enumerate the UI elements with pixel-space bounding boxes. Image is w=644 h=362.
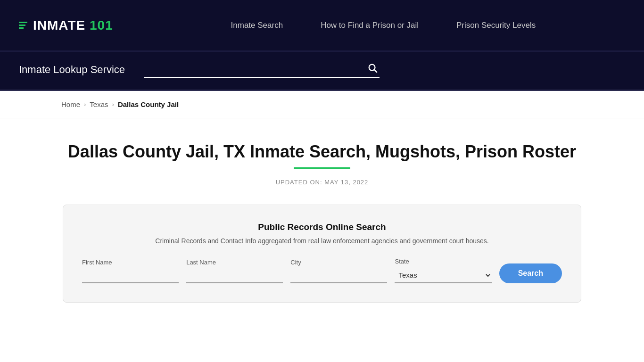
- nav-security-levels[interactable]: Prison Security Levels: [456, 21, 536, 30]
- state-field: State AlabamaAlaskaArizonaArkansasCalifo…: [395, 258, 491, 283]
- nav-links: Inmate Search How to Find a Prison or Ja…: [141, 21, 625, 30]
- main-content: Dallas County Jail, TX Inmate Search, Mu…: [0, 118, 644, 321]
- city-label: City: [290, 259, 387, 266]
- breadcrumb-current: Dallas County Jail: [118, 100, 179, 108]
- card-title: Public Records Online Search: [82, 222, 562, 232]
- last-name-field: Last Name: [186, 259, 283, 283]
- last-name-input[interactable]: [186, 269, 283, 283]
- breadcrumb-state[interactable]: Texas: [90, 100, 108, 108]
- state-label: State: [395, 258, 491, 265]
- logo-text: INMATE 101: [33, 18, 113, 33]
- title-underline: [294, 167, 350, 169]
- search-input[interactable]: [144, 61, 380, 77]
- nav-inmate-search[interactable]: Inmate Search: [231, 21, 283, 30]
- breadcrumb-chevron-2: ›: [112, 101, 114, 108]
- first-name-field: First Name: [82, 259, 179, 283]
- city-input[interactable]: [290, 269, 387, 283]
- breadcrumb-home[interactable]: Home: [61, 100, 80, 108]
- breadcrumb-chevron-1: ›: [84, 101, 86, 108]
- site-logo[interactable]: INMATE 101: [19, 18, 113, 33]
- search-form: First Name Last Name City State AlabamaA…: [82, 258, 562, 283]
- first-name-input[interactable]: [82, 269, 179, 283]
- search-section-label: Inmate Lookup Service: [19, 64, 125, 76]
- city-field: City: [290, 259, 387, 283]
- state-select[interactable]: AlabamaAlaskaArizonaArkansasCaliforniaCo…: [395, 268, 491, 283]
- search-button[interactable]: Search: [499, 263, 562, 283]
- svg-line-1: [374, 70, 377, 72]
- search-section: Inmate Lookup Service: [0, 52, 644, 91]
- nav-find-prison[interactable]: How to Find a Prison or Jail: [321, 21, 419, 30]
- breadcrumb: Home › Texas › Dallas County Jail: [0, 91, 644, 118]
- page-title: Dallas County Jail, TX Inmate Search, Mu…: [68, 142, 576, 162]
- card-description: Criminal Records and Contact Info aggreg…: [82, 237, 562, 245]
- top-navigation: INMATE 101 Inmate Search How to Find a P…: [0, 0, 644, 52]
- search-input-wrapper: [144, 61, 380, 78]
- search-icon-button[interactable]: [367, 63, 378, 76]
- search-icon: [367, 63, 378, 73]
- logo-icon: [19, 22, 27, 29]
- last-name-label: Last Name: [186, 259, 283, 266]
- search-card: Public Records Online Search Criminal Re…: [63, 205, 581, 303]
- first-name-label: First Name: [82, 259, 179, 266]
- updated-date: UPDATED ON: MAY 13, 2022: [276, 179, 369, 186]
